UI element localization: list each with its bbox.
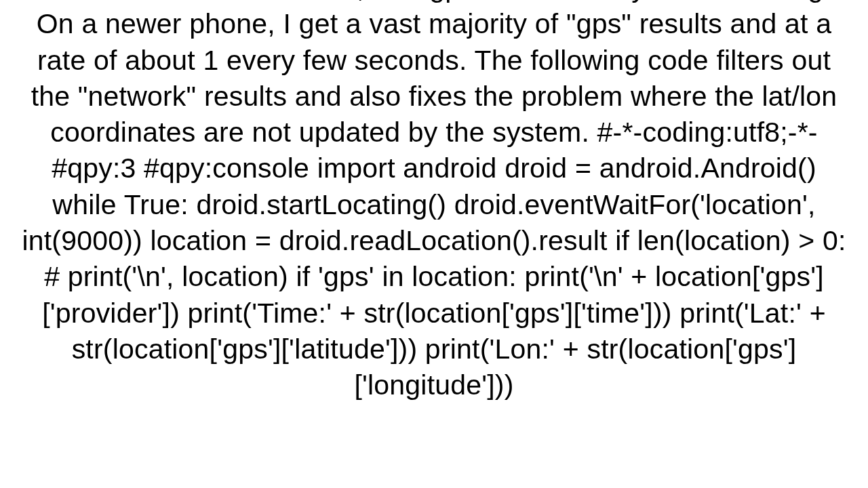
document-body-text: of the results are "network", but "gps" … xyxy=(0,0,868,458)
